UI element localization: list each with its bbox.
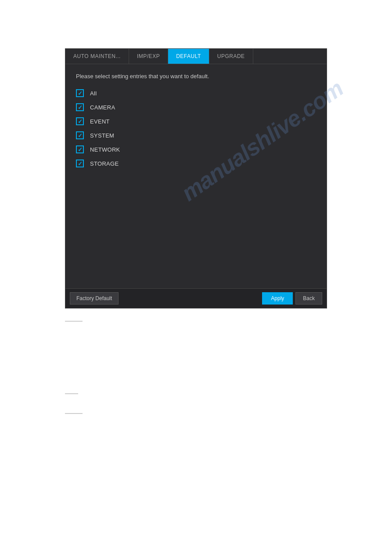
main-panel: AUTO MAINTEN... IMP/EXP DEFAULT UPGRADE … bbox=[65, 48, 327, 308]
tab-imp-exp[interactable]: IMP/EXP bbox=[129, 49, 168, 64]
checkbox-network[interactable] bbox=[76, 145, 84, 153]
checkbox-list: All CAMERA EVENT SYSTEM NETWORK bbox=[76, 89, 316, 167]
factory-default-button[interactable]: Factory Default bbox=[70, 292, 119, 305]
checkbox-label-network: NETWORK bbox=[90, 146, 120, 153]
instruction-text: Please select setting entries that you w… bbox=[76, 73, 316, 80]
tab-auto-maintain[interactable]: AUTO MAINTEN... bbox=[65, 49, 129, 64]
checkbox-label-system: SYSTEM bbox=[90, 132, 114, 139]
checkbox-label-all: All bbox=[90, 90, 97, 97]
tabs-bar: AUTO MAINTEN... IMP/EXP DEFAULT UPGRADE bbox=[65, 49, 327, 64]
checkbox-label-event: EVENT bbox=[90, 118, 110, 125]
checkbox-event[interactable] bbox=[76, 117, 84, 125]
deco-line-1 bbox=[65, 321, 83, 322]
checkbox-item-all[interactable]: All bbox=[76, 89, 316, 97]
checkbox-all[interactable] bbox=[76, 89, 84, 97]
footer-left: Factory Default bbox=[70, 292, 119, 305]
checkbox-system[interactable] bbox=[76, 131, 84, 139]
apply-button[interactable]: Apply bbox=[262, 292, 293, 305]
tab-default[interactable]: DEFAULT bbox=[168, 49, 209, 64]
tab-upgrade[interactable]: UPGRADE bbox=[209, 49, 253, 64]
deco-line-2 bbox=[65, 393, 78, 394]
checkbox-camera[interactable] bbox=[76, 103, 84, 111]
checkbox-label-storage: STORAGE bbox=[90, 160, 119, 167]
checkbox-item-network[interactable]: NETWORK bbox=[76, 145, 316, 153]
checkbox-item-event[interactable]: EVENT bbox=[76, 117, 316, 125]
footer-right: Apply Back bbox=[262, 292, 322, 305]
checkbox-item-system[interactable]: SYSTEM bbox=[76, 131, 316, 139]
checkbox-label-camera: CAMERA bbox=[90, 104, 115, 111]
back-button[interactable]: Back bbox=[295, 292, 322, 305]
checkbox-storage[interactable] bbox=[76, 160, 84, 167]
checkbox-item-storage[interactable]: STORAGE bbox=[76, 160, 316, 167]
footer-bar: Factory Default Apply Back bbox=[65, 288, 327, 308]
content-area: Please select setting entries that you w… bbox=[65, 64, 327, 288]
checkbox-item-camera[interactable]: CAMERA bbox=[76, 103, 316, 111]
deco-line-3 bbox=[65, 413, 83, 414]
